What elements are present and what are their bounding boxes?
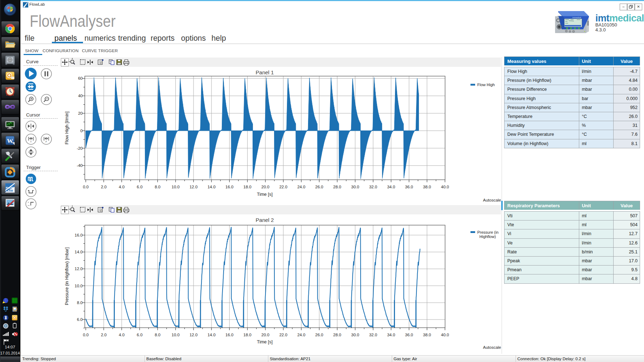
svg-text:6.0: 6.0 — [137, 333, 142, 337]
svg-text:-20: -20 — [77, 146, 83, 150]
svg-text:36.0: 36.0 — [405, 333, 413, 337]
svg-text:26.0: 26.0 — [315, 333, 323, 337]
svg-text:32.0: 32.0 — [369, 333, 377, 337]
svg-text:38.0: 38.0 — [423, 185, 431, 189]
svg-text:0.0: 0.0 — [83, 185, 89, 189]
svg-text:2.0: 2.0 — [101, 185, 107, 189]
svg-text:20.0: 20.0 — [262, 333, 269, 337]
svg-text:Time [s]: Time [s] — [257, 339, 273, 344]
svg-text:Flow High [l/min]: Flow High [l/min] — [64, 111, 69, 144]
svg-text:10.0: 10.0 — [172, 185, 180, 189]
svg-text:Time [s]: Time [s] — [257, 192, 273, 197]
svg-text:Flow High: Flow High — [477, 83, 495, 87]
svg-text:20: 20 — [78, 111, 83, 115]
svg-text:40.0: 40.0 — [441, 333, 449, 337]
svg-text:38.0: 38.0 — [423, 333, 431, 337]
svg-text:2.0: 2.0 — [101, 333, 107, 337]
svg-text:Highflow): Highflow) — [479, 234, 496, 239]
svg-text:10.0: 10.0 — [172, 333, 180, 337]
svg-text:12.0: 12.0 — [190, 185, 197, 189]
svg-text:Panel 2: Panel 2 — [256, 217, 274, 223]
svg-text:Panel 1: Panel 1 — [256, 69, 274, 75]
svg-text:40: 40 — [78, 94, 83, 98]
svg-text:24.0: 24.0 — [297, 185, 305, 189]
svg-text:36.0: 36.0 — [405, 185, 413, 189]
svg-text:32.0: 32.0 — [369, 185, 377, 189]
svg-text:Pressure (in Highflow) [mbar]: Pressure (in Highflow) [mbar] — [64, 247, 69, 305]
svg-text:24.0: 24.0 — [297, 333, 305, 337]
svg-text:30.0: 30.0 — [351, 333, 359, 337]
svg-text:26.0: 26.0 — [315, 185, 323, 189]
svg-text:28.0: 28.0 — [333, 333, 341, 337]
svg-text:14:07: 14:07 — [5, 345, 15, 349]
svg-text:14.0: 14.0 — [208, 185, 215, 189]
svg-text:22.0: 22.0 — [279, 185, 287, 189]
svg-text:18.0: 18.0 — [243, 333, 251, 337]
svg-text:6.0: 6.0 — [137, 185, 142, 189]
svg-text:T: T — [30, 140, 32, 143]
svg-text:34.0: 34.0 — [387, 185, 395, 189]
svg-text:14.0: 14.0 — [75, 250, 83, 254]
svg-text:16.0: 16.0 — [225, 333, 233, 337]
svg-text:18.0: 18.0 — [243, 185, 251, 189]
svg-text:22.0: 22.0 — [279, 333, 287, 337]
svg-text:12.0: 12.0 — [190, 333, 197, 337]
svg-text:W: W — [7, 138, 13, 144]
svg-text:14.0: 14.0 — [208, 333, 215, 337]
svg-text:20.0: 20.0 — [262, 185, 269, 189]
svg-text:28.0: 28.0 — [333, 185, 341, 189]
svg-text:17.01.2014: 17.01.2014 — [0, 351, 20, 355]
svg-text:imtmedical: imtmedical — [572, 16, 581, 19]
svg-text:4.0: 4.0 — [119, 333, 125, 337]
svg-text:40.0: 40.0 — [441, 185, 449, 189]
svg-text:F: F — [45, 140, 47, 143]
svg-text:30.0: 30.0 — [351, 185, 359, 189]
svg-text:Pressure (in: Pressure (in — [477, 230, 498, 234]
svg-text:8.0: 8.0 — [155, 185, 161, 189]
svg-text:16.0: 16.0 — [75, 233, 83, 237]
svg-text:LAB: LAB — [7, 189, 13, 192]
svg-text:60: 60 — [78, 76, 83, 80]
svg-text:4.0: 4.0 — [119, 185, 125, 189]
svg-text:34.0: 34.0 — [387, 333, 395, 337]
svg-text:-40: -40 — [77, 163, 83, 168]
svg-text:8.0: 8.0 — [77, 301, 83, 305]
svg-text:0.0: 0.0 — [83, 333, 89, 337]
svg-text:0: 0 — [80, 129, 83, 133]
svg-text:16.0: 16.0 — [225, 185, 233, 189]
svg-text:8.0: 8.0 — [155, 333, 161, 337]
svg-text:6.0: 6.0 — [77, 317, 83, 322]
svg-text:12.0: 12.0 — [75, 267, 83, 271]
svg-text:10.0: 10.0 — [75, 284, 83, 288]
